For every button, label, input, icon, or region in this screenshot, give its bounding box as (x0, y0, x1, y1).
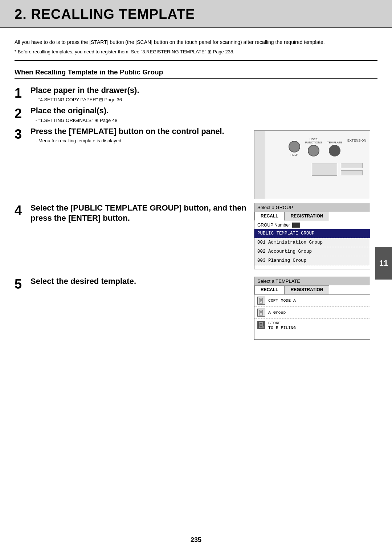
doc-icon-1 (257, 309, 265, 317)
step-5-screen: Select a TEMPLATE RECALL REGISTRATION CO… (254, 277, 377, 340)
screen1-row-0[interactable]: PUBLIC TEMPLATE GROUP (254, 229, 370, 238)
sidebar-number-badge: 11 (375, 247, 392, 280)
user-functions-button-group: USERFUNCTIONS (305, 138, 322, 157)
step-4-title: Select the [PUBLIC TEMPLATE GROUP] butto… (30, 203, 247, 224)
svg-point-10 (262, 326, 264, 328)
screen2-row-2-line1: STORE (268, 321, 296, 325)
step-5-number: 5 (15, 277, 30, 292)
screen2-row-2-line2: TO E-FILING (268, 325, 296, 330)
panel-small-rect-1 (341, 163, 363, 168)
screen2-tabs: RECALL REGISTRATION (254, 285, 370, 295)
step-1-number: 1 (15, 86, 30, 101)
screen-mockup-2: Select a TEMPLATE RECALL REGISTRATION CO… (254, 277, 370, 340)
screen2-title: Select a TEMPLATE (254, 277, 370, 285)
screen2-row-2-text: STORE TO E-FILING (268, 321, 296, 330)
step-5-left: 5 Select the desired template. (15, 277, 247, 297)
step-1: 1 Place paper in the drawer(s). - "4.SET… (15, 86, 377, 102)
screen-mockup-1: Select a GROUP RECALL REGISTRATION GROUP… (254, 203, 370, 269)
step-2-title: Place the original(s). (30, 106, 377, 115)
step-1-title: Place paper in the drawer(s). (30, 86, 377, 95)
step-4-left: 4 Select the [PUBLIC TEMPLATE GROUP] but… (15, 203, 247, 229)
help-label: HELP (290, 153, 298, 156)
step-5-title: Select the desired template. (30, 277, 247, 286)
step-3-sub: - Menu for recalling template is display… (30, 138, 247, 143)
screen1-tab-registration[interactable]: REGISTRATION (285, 212, 330, 221)
panel-small-rect-2 (341, 170, 363, 175)
help-button-group: HELP (289, 141, 300, 156)
step-4: 4 Select the [PUBLIC TEMPLATE GROUP] but… (15, 203, 377, 269)
screen1-title: Select a GROUP (254, 203, 370, 212)
step-3-content: Press the [TEMPLATE] button on the contr… (30, 127, 247, 143)
step-3-panel: HELP USERFUNCTIONS TEMPLATE EXTENSION (254, 127, 377, 199)
step-3-title: Press the [TEMPLATE] button on the contr… (30, 127, 247, 136)
step-5: 5 Select the desired template. Select a … (15, 277, 377, 340)
template-button[interactable] (329, 145, 340, 156)
screen2-bottom-spacer (254, 332, 370, 339)
user-functions-button[interactable] (308, 145, 319, 156)
screen2-row-1-label: A Group (268, 310, 286, 315)
note-text: * Before recalling templates, you need t… (15, 49, 377, 54)
step-4-screen: Select a GROUP RECALL REGISTRATION GROUP… (254, 203, 377, 269)
intro-text: All you have to do is to press the [STAR… (15, 38, 377, 46)
screen2-row-1-text: A Group (268, 310, 286, 315)
step-4-number: 4 (15, 203, 30, 218)
step-3: 3 Press the [TEMPLATE] button on the con… (15, 127, 377, 199)
store-icon (257, 321, 265, 329)
screen1-row-3[interactable]: 003 Planning Group (254, 256, 370, 265)
step-3-left: 3 Press the [TEMPLATE] button on the con… (15, 127, 247, 148)
intro-block: All you have to do is to press the [STAR… (15, 38, 377, 61)
screen1-row-1[interactable]: 001 Administration Group (254, 238, 370, 247)
step-2-number: 2 (15, 106, 30, 121)
step-4-row: 4 Select the [PUBLIC TEMPLATE GROUP] but… (15, 203, 247, 224)
template-button-group: TEMPLATE (327, 141, 342, 156)
panel-left-strip (254, 131, 265, 199)
screen1-tabs: RECALL REGISTRATION (254, 212, 370, 221)
user-functions-label-top: USERFUNCTIONS (305, 138, 322, 144)
screen2-row-0-label: COPY MODE A (268, 298, 296, 303)
screen1-bottom-spacer (254, 265, 370, 269)
screen1-tab-recall[interactable]: RECALL (254, 212, 285, 221)
page-number: 235 (191, 536, 201, 544)
screen2-row-2[interactable]: STORE TO E-FILING (254, 319, 370, 332)
main-content: All you have to do is to press the [STAR… (0, 28, 392, 362)
group-number-box (292, 223, 300, 228)
screen2-row-1[interactable]: A Group (254, 307, 370, 319)
page-header: 2. RECALLING TEMPLATE (0, 0, 392, 28)
step-5-row: 5 Select the desired template. (15, 277, 247, 292)
screen1-group-number: GROUP Number (254, 221, 370, 229)
step-1-sub: - "4.SETTING COPY PAPER" ⊞ Page 36 (30, 97, 377, 102)
step-4-content: Select the [PUBLIC TEMPLATE GROUP] butto… (30, 203, 247, 224)
section-header: When Recalling Template in the Public Gr… (15, 68, 377, 79)
step-2: 2 Place the original(s). - "1.SETTING OR… (15, 106, 377, 123)
step-3-row: 3 Press the [TEMPLATE] button on the con… (15, 127, 247, 143)
step-3-number: 3 (15, 127, 30, 142)
step-2-sub: - "1.SETTING ORIGINALS" ⊞ Page 48 (30, 118, 377, 123)
screen2-tab-recall[interactable]: RECALL (254, 285, 285, 294)
extension-label: EXTENSION (347, 138, 366, 142)
screen2-row-0-text: COPY MODE A (268, 298, 296, 303)
help-button[interactable] (289, 141, 300, 152)
step-1-content: Place paper in the drawer(s). - "4.SETTI… (30, 86, 377, 102)
step-5-content: Select the desired template. (30, 277, 247, 286)
doc-icon-0 (257, 297, 265, 305)
panel-diagram: HELP USERFUNCTIONS TEMPLATE EXTENSION (254, 130, 370, 199)
panel-rect-1 (312, 163, 337, 176)
template-label-top: TEMPLATE (327, 141, 342, 144)
page-title: 2. RECALLING TEMPLATE (15, 7, 377, 22)
screen1-row-2[interactable]: 002 Accounting Group (254, 247, 370, 256)
step-2-content: Place the original(s). - "1.SETTING ORIG… (30, 106, 377, 123)
screen2-tab-registration[interactable]: REGISTRATION (285, 285, 330, 294)
steps-container: 1 Place paper in the drawer(s). - "4.SET… (15, 86, 377, 340)
screen2-row-0[interactable]: COPY MODE A (254, 295, 370, 307)
